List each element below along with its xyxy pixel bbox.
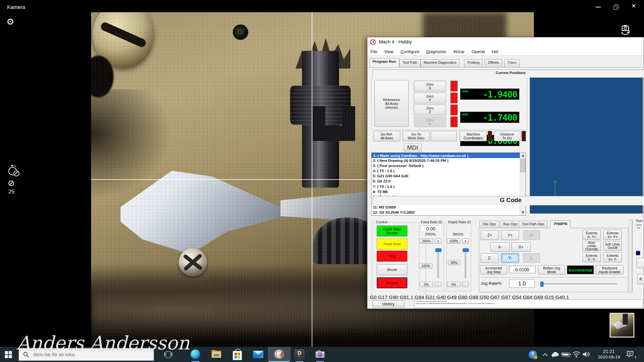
camera-settings-icon[interactable]: ⚙ — [6, 17, 14, 27]
extents-xm-ym-button[interactable]: ExtentsX- Y- — [582, 252, 601, 262]
gcode-list[interactable]: 1: ( Made using CamBam - http://www.camb… — [371, 153, 526, 216]
rro-minus-button[interactable]: - — [462, 282, 469, 287]
taskbar-camera-icon[interactable] — [313, 349, 327, 361]
zero-z-button[interactable]: ZeroZ — [414, 105, 446, 115]
fro-plus-button[interactable]: + — [435, 238, 441, 244]
y-dro[interactable]: mm-1.7400 — [460, 112, 519, 123]
tab-run-ops[interactable]: Run Ops — [500, 221, 520, 228]
taskbar-search[interactable] — [19, 348, 154, 361]
fro-slider-thumb[interactable] — [435, 248, 441, 252]
taskbar-edge-icon[interactable] — [188, 349, 203, 361]
tray-wifi-icon[interactable] — [572, 350, 581, 358]
fro-mid-button[interactable]: 100% — [419, 263, 432, 268]
extents-xp-yp-button[interactable]: ExtentsX+ Y+ — [603, 230, 622, 240]
menu-configure[interactable]: Configure — [401, 49, 420, 54]
tray-battery-icon[interactable] — [561, 351, 571, 358]
taskbar-mach4-icon[interactable]: 4 — [268, 347, 290, 362]
jog-y-minus-button[interactable]: Y- — [501, 253, 519, 263]
x-dro[interactable]: mm-1.9400 — [460, 88, 519, 100]
fro-slider-track[interactable] — [437, 248, 439, 278]
rro-slider-thumb[interactable] — [463, 248, 469, 252]
rro-max-button[interactable]: 100% — [447, 238, 460, 244]
blank-button[interactable] — [431, 131, 457, 141]
zero-x-button[interactable]: ZeroX — [414, 81, 446, 91]
gcode-line[interactable]: 2: ( New Drawing (4) 8/19/2020 7:49:35 P… — [372, 158, 526, 163]
menu-view[interactable]: View — [384, 49, 393, 54]
tray-help-icon[interactable]: ? — [528, 350, 538, 360]
tab-current-positions[interactable]: Current Positions — [373, 70, 644, 78]
extents-xp-ym-button[interactable]: ExtentsX+ Y- — [603, 252, 622, 262]
tray-clock[interactable]: 21:21 2020-08-19 — [594, 348, 624, 361]
camera-timer-off-icon[interactable] — [8, 165, 19, 176]
gcode-scrollbar[interactable] — [520, 153, 526, 215]
camera-roll-thumbnail[interactable] — [610, 313, 634, 338]
tab-tool-path[interactable]: Tool Path — [399, 59, 421, 67]
right-scroll-strip[interactable] — [629, 220, 633, 292]
jog-rate-slider-track[interactable] — [540, 283, 617, 284]
tab-mdi[interactable]: MDI — [404, 144, 421, 152]
jog-rate-slider-thumb[interactable] — [540, 282, 544, 287]
toolpath-display[interactable] — [530, 74, 643, 214]
distance-to-go-button[interactable]: DistanceTo Go — [494, 131, 520, 141]
jog-z-plus-button[interactable]: Z+ — [481, 230, 499, 240]
axes-limits-override-button[interactable]: AxesLimitsOverride — [582, 241, 601, 251]
tab-gcode[interactable]: G Code — [373, 196, 644, 205]
tab-probing[interactable]: Probing — [464, 59, 483, 67]
taskbar-d-app-icon[interactable]: D SCS — [292, 349, 307, 361]
feed-hold-button[interactable]: Feed Hold — [377, 238, 407, 249]
search-input[interactable] — [33, 352, 143, 357]
gcode-line[interactable]: 4: ( T0 : 1.5 ) — [372, 168, 526, 173]
tab-jogging[interactable]: Jogging — [550, 220, 571, 228]
tab-file-ops[interactable]: File Ops — [479, 221, 499, 228]
rro-plus-button[interactable]: + — [462, 238, 469, 244]
menu-diagnostic[interactable]: Diagnostic — [426, 49, 447, 54]
tool-r-button[interactable]: R — [637, 274, 644, 284]
tab-machine-diagnostics[interactable]: Machine Diagnostics — [421, 59, 460, 67]
scroll-down-icon[interactable] — [521, 211, 525, 214]
history-button[interactable]: History — [372, 301, 404, 307]
rro-slider-track[interactable] — [465, 248, 466, 278]
go-to-work-zero-button[interactable]: Go ToWork Zero — [402, 131, 430, 141]
reset-button[interactable]: Reset — [377, 264, 407, 275]
extents-xm-yp-button[interactable]: ExtentsX- Y+ — [582, 230, 601, 240]
gcode-line[interactable]: 11: M3 S3000 — [372, 205, 526, 210]
jog-z-minus-button[interactable]: Z- — [481, 253, 499, 263]
tab-trace[interactable]: Trace — [504, 59, 520, 67]
task-view-icon[interactable] — [164, 351, 173, 358]
camera-quality-icon[interactable]: ⊘ — [8, 178, 15, 188]
disable-button[interactable]: Disable — [377, 277, 407, 288]
start-button[interactable] — [3, 349, 15, 360]
stop-button[interactable]: Stop — [377, 251, 407, 262]
gcode-line[interactable]: 7: ( T0 : 1.5 ) — [372, 184, 526, 189]
jog-rate-value[interactable]: 1.0 — [509, 279, 535, 288]
cycle-start-button[interactable]: Cycle StartGcode — [377, 226, 407, 237]
close-button[interactable]: × — [627, 1, 640, 11]
tab-offsets[interactable]: Offsets — [485, 59, 502, 67]
gcode-line[interactable]: 8: T0 M6 — [372, 189, 526, 194]
deref-all-axes-button[interactable]: De-Ref.All Axes — [373, 131, 400, 141]
keyboard-inputs-enable-button[interactable]: KeyboardInputs Enable — [596, 265, 623, 274]
reference-all-axes-button[interactable]: ReferenceAll Axes(Home) — [374, 80, 409, 127]
tool-info-button[interactable] — [637, 258, 644, 268]
gcode-line[interactable]: 6: G0 Z3.0 — [372, 179, 526, 184]
jog-x-minus-button[interactable]: X- — [490, 242, 510, 252]
gcode-line[interactable]: 5: G21 G90 G64 G40 — [372, 173, 526, 179]
log-box[interactable]: Lua Error occurred while opening file ca… — [414, 299, 643, 308]
switch-camera-icon[interactable] — [619, 24, 632, 37]
incremental-jog-step-button[interactable]: IncrmentalJog Step — [480, 265, 507, 274]
taskbar-mail-icon[interactable] — [251, 349, 265, 360]
zero-y-button[interactable]: ZeroY — [414, 93, 446, 103]
jog-x-plus-button[interactable]: X+ — [511, 242, 531, 252]
menu-file[interactable]: File — [370, 49, 377, 54]
gcode-line[interactable]: 1: ( Made using CamBam - http://www.camb… — [372, 153, 520, 158]
jog-y-plus-button[interactable]: Y+ — [501, 230, 519, 240]
button-jog-mode-button[interactable]: Button JogMode — [538, 265, 565, 274]
menu-help[interactable]: Hel — [492, 49, 498, 54]
menu-operate[interactable]: Operat — [471, 49, 485, 54]
rro-mid-button[interactable]: 50% — [448, 260, 460, 265]
scroll-up-icon[interactable] — [521, 154, 525, 157]
action-center-icon[interactable]: 8 — [626, 350, 640, 360]
mach4-titlebar[interactable]: 4 Mach 4 - Hobby — [367, 37, 644, 47]
fro-minus-button[interactable]: - — [435, 282, 441, 287]
restore-button[interactable] — [610, 3, 622, 11]
